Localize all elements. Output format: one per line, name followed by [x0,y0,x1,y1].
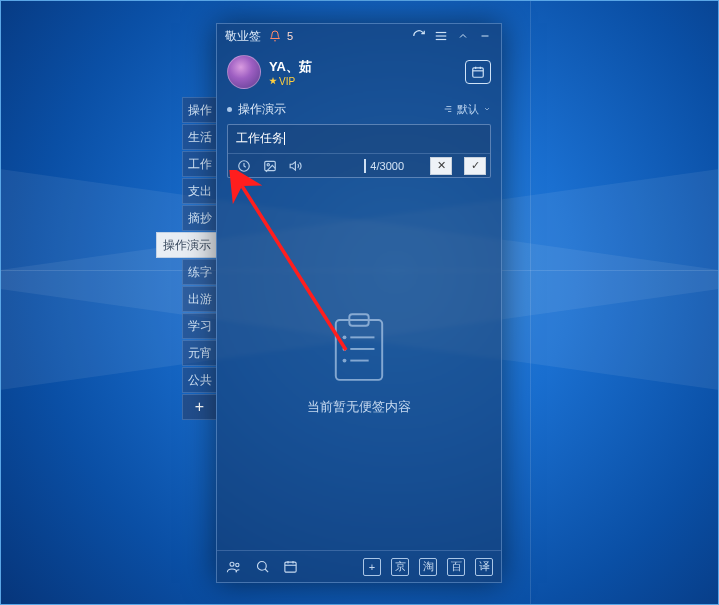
clock-icon[interactable] [236,158,252,174]
contacts-icon[interactable] [225,558,243,576]
taobao-button[interactable]: 淘 [419,558,437,576]
sidebar-tab-0[interactable]: 操作 [182,97,216,123]
footer-bar: + 京 淘 百 译 [217,550,501,582]
editor-toolbar: 4/3000 ✕ ✓ [228,153,490,177]
section-header: 操作演示 默认 [217,96,501,122]
svg-point-19 [343,347,347,351]
confirm-button[interactable]: ✓ [464,157,486,175]
bell-icon[interactable] [267,28,283,44]
text-caret [284,132,285,145]
sidebar-tab-7[interactable]: 出游 [182,286,216,312]
search-icon[interactable] [253,558,271,576]
sync-icon[interactable] [411,28,427,44]
note-input-text: 工作任务 [236,131,284,145]
sidebar-tab-6[interactable]: 练字 [182,259,216,285]
svg-marker-14 [290,161,295,169]
svg-point-23 [230,562,234,566]
sort-label: 默认 [457,102,479,117]
cancel-button[interactable]: ✕ [430,157,452,175]
svg-point-17 [343,335,347,339]
chevron-down-icon [483,105,491,113]
svg-line-26 [265,569,268,572]
vip-badge: VIP [269,76,312,87]
app-window: 敬业签 5 YA、茹 VIP 操作演示 默 [216,23,502,583]
sidebar-tab-5[interactable]: 操作演示 [156,232,216,258]
sidebar-tab-8[interactable]: 学习 [182,313,216,339]
notification-count: 5 [287,30,293,42]
sort-dropdown[interactable]: 默认 [443,102,491,117]
translate-button[interactable]: 译 [475,558,493,576]
username: YA、茹 [269,58,312,76]
image-icon[interactable] [262,158,278,174]
collapse-icon[interactable] [455,28,471,44]
svg-point-24 [236,563,239,566]
avatar[interactable] [227,55,261,89]
svg-rect-15 [336,320,382,380]
svg-point-13 [267,163,269,165]
svg-rect-27 [284,562,295,572]
calendar-small-icon[interactable] [281,558,299,576]
svg-rect-4 [473,68,484,77]
svg-point-25 [257,562,266,571]
add-note-button[interactable]: + [363,558,381,576]
sidebar-tab-3[interactable]: 支出 [182,178,216,204]
baidu-button[interactable]: 百 [447,558,465,576]
calendar-button[interactable] [465,60,491,84]
sound-icon[interactable] [288,158,304,174]
sidebar-tab-2[interactable]: 工作 [182,151,216,177]
note-editor: 工作任务 4/3000 ✕ ✓ [227,124,491,178]
svg-point-21 [343,359,347,363]
section-dot-icon [227,107,232,112]
sidebar-tab-1[interactable]: 生活 [182,124,216,150]
category-sidebar: 操作生活工作支出摘抄操作演示练字出游学习元宵公共+ [182,97,216,420]
sidebar-tab-9[interactable]: 元宵 [182,340,216,366]
char-counter: 4/3000 [364,160,404,172]
titlebar: 敬业签 5 [217,24,501,48]
sidebar-tab-10[interactable]: 公共 [182,367,216,393]
app-title: 敬业签 [225,28,261,45]
empty-state: 当前暂无便签内容 [217,178,501,550]
section-title: 操作演示 [238,101,286,118]
empty-message: 当前暂无便签内容 [307,398,411,416]
jd-button[interactable]: 京 [391,558,409,576]
sidebar-add-tab[interactable]: + [182,394,216,420]
user-info: YA、茹 VIP [269,58,312,87]
minimize-icon[interactable] [477,28,493,44]
stop-icon [364,159,366,173]
sidebar-tab-4[interactable]: 摘抄 [182,205,216,231]
clipboard-icon [330,312,388,384]
char-max: /3000 [376,160,404,172]
menu-icon[interactable] [433,28,449,44]
user-bar: YA、茹 VIP [217,48,501,96]
note-input[interactable]: 工作任务 [228,125,490,153]
